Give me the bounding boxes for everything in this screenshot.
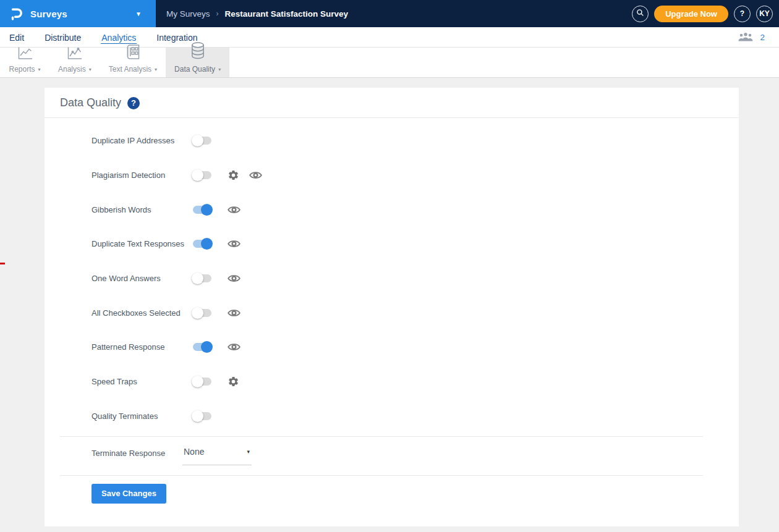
- setting-label: Duplicate IP Addresses: [92, 136, 193, 145]
- setting-label: Gibberish Words: [92, 205, 193, 214]
- setting-row-all-checkboxes: All Checkboxes Selected: [92, 295, 739, 330]
- collaborators-count: 2: [760, 33, 765, 42]
- data-quality-panel: Data Quality ? Duplicate IP Addresses Pl…: [45, 88, 739, 526]
- toggle-knob: [192, 410, 203, 422]
- setting-row-gibberish: Gibberish Words: [92, 192, 739, 227]
- chevron-down-icon: ▾: [89, 67, 92, 72]
- toggle-knob: [192, 169, 203, 181]
- setting-label: Speed Traps: [92, 377, 193, 386]
- toggle-knob: [192, 272, 203, 284]
- upgrade-now-button[interactable]: Upgrade Now: [654, 6, 728, 22]
- toolbar-data-quality-label: Data Quality: [174, 65, 215, 74]
- eye-icon[interactable]: [228, 239, 241, 248]
- toggle-knob: [201, 341, 213, 353]
- people-group-icon: [738, 32, 753, 42]
- toggle-knob: [192, 376, 203, 387]
- toggle-knob: [192, 135, 203, 146]
- chevron-down-icon: ▾: [218, 67, 221, 72]
- help-button[interactable]: ?: [734, 6, 751, 22]
- document-grid-icon: [126, 44, 140, 62]
- terminate-response-select[interactable]: None ▾: [182, 447, 252, 465]
- tab-analytics[interactable]: Analytics: [101, 31, 137, 44]
- setting-label: Patterned Response: [92, 342, 193, 352]
- breadcrumb-my-surveys[interactable]: My Surveys: [166, 9, 210, 19]
- setting-row-duplicate-text: Duplicate Text Responses: [92, 227, 739, 261]
- breadcrumb: My Surveys › Restaurant Satisfaction Sur…: [166, 0, 348, 27]
- product-switcher[interactable]: Surveys ▼: [0, 0, 156, 27]
- breadcrumb-current-survey: Restaurant Satisfaction Survey: [225, 9, 349, 19]
- toggle-gibberish-words[interactable]: [193, 206, 211, 214]
- toolbar-analysis-label: Analysis: [58, 65, 86, 74]
- setting-row-plagiarism: Plagiarism Detection: [92, 158, 739, 193]
- database-icon: [190, 41, 206, 62]
- eye-icon[interactable]: [249, 171, 262, 180]
- setting-label: Duplicate Text Responses: [92, 239, 193, 248]
- eye-icon[interactable]: [228, 205, 241, 214]
- setting-row-quality-terminates: Quality Terminates: [92, 399, 739, 434]
- page-title: Data Quality: [60, 96, 121, 109]
- tab-distribute[interactable]: Distribute: [44, 31, 82, 44]
- header-actions: Upgrade Now ? KY: [632, 0, 779, 27]
- chevron-down-icon: ▾: [38, 67, 41, 72]
- toggle-knob: [201, 238, 213, 250]
- toggle-one-word-answers[interactable]: [193, 274, 211, 282]
- product-name: Surveys: [30, 9, 135, 19]
- terminate-response-label: Terminate Response: [92, 447, 182, 458]
- eye-icon[interactable]: [228, 274, 241, 283]
- toggle-duplicate-ip-addresses[interactable]: [193, 137, 211, 145]
- survey-nav: Edit Distribute Analytics Integration 2: [0, 27, 779, 48]
- chevron-down-icon: ▼: [135, 11, 147, 17]
- eye-icon[interactable]: [228, 308, 241, 318]
- page-body: Data Quality ? Duplicate IP Addresses Pl…: [0, 78, 779, 526]
- proprofs-logo-icon: [9, 6, 24, 21]
- line-chart-icon: [17, 46, 33, 62]
- search-icon: [636, 9, 644, 19]
- search-button[interactable]: [632, 6, 649, 22]
- setting-row-speed-traps: Speed Traps: [92, 365, 739, 399]
- chevron-down-icon: ▾: [155, 67, 157, 72]
- toggle-plagiarism-detection[interactable]: [193, 171, 211, 179]
- setting-label: All Checkboxes Selected: [92, 308, 193, 318]
- toolbar-reports-label: Reports: [9, 65, 35, 74]
- toggle-patterned-response[interactable]: [193, 343, 211, 351]
- help-badge-icon[interactable]: ?: [127, 97, 140, 109]
- setting-label: One Word Answers: [92, 274, 193, 283]
- select-value: None: [184, 447, 204, 457]
- eye-icon[interactable]: [228, 342, 241, 352]
- setting-label: Plagiarism Detection: [92, 171, 193, 180]
- terminate-response-row: Terminate Response None ▾: [45, 437, 739, 475]
- top-header: Surveys ▼ My Surveys › Restaurant Satisf…: [0, 0, 779, 27]
- toolbar-text-analysis-label: Text Analysis: [109, 65, 151, 74]
- setting-row-one-word: One Word Answers: [92, 261, 739, 296]
- analytics-toolbar: Reports ▾ Analysis ▾ Text Analysi: [0, 48, 779, 78]
- avatar[interactable]: KY: [756, 6, 773, 22]
- toggle-quality-terminates[interactable]: [193, 412, 211, 420]
- save-changes-button[interactable]: Save Changes: [92, 484, 166, 504]
- toggle-speed-traps[interactable]: [193, 378, 211, 386]
- trend-chart-icon: [67, 46, 82, 62]
- panel-header: Data Quality ?: [45, 88, 739, 118]
- collaborators[interactable]: 2: [738, 32, 770, 42]
- gear-icon[interactable]: [228, 169, 239, 181]
- gear-icon[interactable]: [228, 376, 239, 387]
- toggle-knob: [192, 307, 203, 319]
- toggle-duplicate-text-responses[interactable]: [193, 240, 211, 248]
- toggle-all-checkboxes-selected[interactable]: [193, 309, 211, 317]
- toggle-knob: [201, 204, 213, 216]
- left-edge-artifact: [0, 263, 5, 264]
- settings-list: Duplicate IP Addresses Plagiarism Detect…: [45, 118, 739, 433]
- tab-edit[interactable]: Edit: [9, 31, 25, 44]
- toolbar-item-reports[interactable]: Reports ▾: [0, 48, 49, 77]
- setting-label: Quality Terminates: [92, 412, 193, 421]
- save-row: Save Changes: [45, 476, 739, 504]
- toolbar-item-analysis[interactable]: Analysis ▾: [49, 48, 100, 77]
- setting-row-patterned: Patterned Response: [92, 330, 739, 365]
- toolbar-item-text-analysis[interactable]: Text Analysis ▾: [100, 48, 166, 77]
- chevron-down-icon: ▾: [247, 449, 250, 455]
- toolbar-item-data-quality[interactable]: Data Quality ▾: [166, 48, 229, 77]
- breadcrumb-separator: ›: [216, 9, 219, 18]
- setting-row-duplicate-ip: Duplicate IP Addresses: [92, 124, 739, 158]
